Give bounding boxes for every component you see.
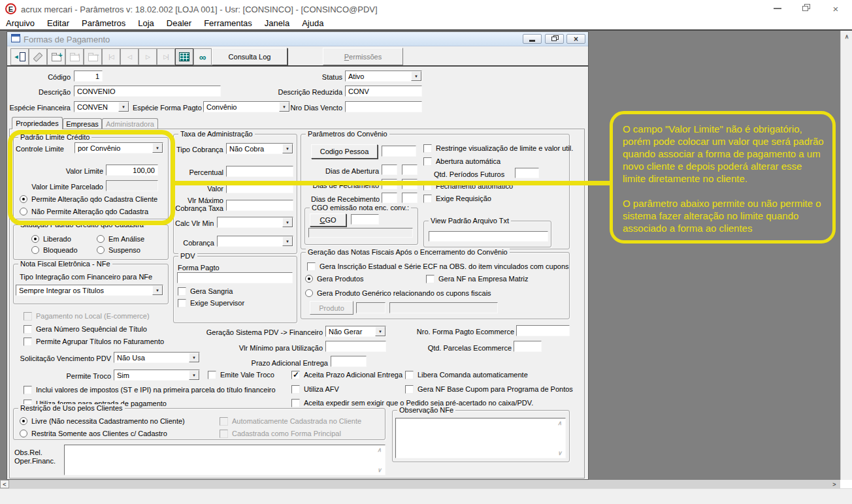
radio-dot[interactable] bbox=[305, 275, 313, 283]
dias-fechamento-field-1[interactable] bbox=[382, 179, 397, 189]
permissoes-button[interactable]: Permissões bbox=[323, 48, 403, 65]
qtd-parcelas-ecommerce-field[interactable] bbox=[514, 341, 542, 352]
solicitacao-vencimento-select[interactable]: Não Usa▼ bbox=[114, 352, 200, 363]
checkbox-box[interactable] bbox=[405, 371, 414, 379]
radio-dot[interactable] bbox=[20, 430, 27, 437]
nro-dias-vencto-field[interactable] bbox=[345, 101, 422, 112]
scroll-left-icon[interactable]: < bbox=[0, 480, 9, 488]
insert-record-button[interactable]: + bbox=[47, 48, 65, 65]
status-select[interactable]: Ativo▼ bbox=[345, 71, 422, 82]
tab-propriedades[interactable]: Propriedades bbox=[12, 117, 63, 129]
radio-nao-permite-alteracao[interactable]: Não Permite Alteração qdo Cadastra bbox=[20, 208, 148, 215]
checkbox-gera-sangria[interactable]: Gera Sangria bbox=[178, 287, 233, 296]
checkbox-exige-supervisor[interactable]: Exige Supervisor bbox=[178, 299, 244, 307]
checkbox-box[interactable] bbox=[178, 287, 186, 296]
dias-recebimento-field-1[interactable] bbox=[382, 193, 397, 203]
checkbox-libera-comanda[interactable]: Libera Comanda automaticamente bbox=[405, 371, 528, 379]
checkbox-permite-agrupar[interactable]: Permite Agrupar Títulos no Faturamento bbox=[24, 338, 164, 346]
textarea-scrollbar[interactable]: ∧∨ bbox=[375, 447, 384, 473]
codigo-pessoa-button[interactable]: Codigo Pessoa bbox=[311, 144, 378, 159]
checkbox-gera-inscricao[interactable]: Gera Inscrição Estadual e Série ECF na O… bbox=[307, 262, 569, 271]
radio-dot[interactable] bbox=[20, 195, 27, 203]
checkbox-emite-vale-troco[interactable]: Emite Vale Troco bbox=[208, 371, 274, 379]
checkbox-inclui-impostos[interactable]: Inclui valores de impostos (ST e IPI) na… bbox=[24, 386, 276, 394]
radio-dot[interactable] bbox=[305, 289, 313, 297]
checkbox-box[interactable] bbox=[405, 385, 414, 394]
child-close-button[interactable]: × bbox=[566, 34, 585, 44]
menu-arquivo[interactable]: Arquivo bbox=[6, 18, 35, 28]
scroll-up-icon[interactable]: ∧ bbox=[377, 447, 382, 453]
calc-vlr-min-select[interactable]: ▼ bbox=[217, 217, 293, 228]
checkbox-box[interactable] bbox=[423, 157, 432, 166]
consulta-log-button[interactable]: Consulta Log bbox=[212, 48, 287, 65]
eraser-button[interactable] bbox=[29, 48, 47, 65]
chevron-down-icon[interactable]: ▼ bbox=[189, 370, 199, 380]
child-minimize-button[interactable] bbox=[523, 34, 542, 44]
cgo-code-field[interactable] bbox=[351, 214, 379, 225]
chevron-down-icon[interactable]: ▼ bbox=[118, 102, 129, 112]
radio-em-analise[interactable]: Em Análise bbox=[97, 235, 144, 243]
menu-loja[interactable]: Loja bbox=[138, 18, 154, 28]
mdi-vertical-scrollbar[interactable]: ∧ bbox=[840, 31, 852, 480]
checkbox-aceita-prazo[interactable]: Aceita Prazo Adicional Entrega bbox=[291, 371, 402, 379]
checkbox-box[interactable] bbox=[423, 182, 432, 191]
checkbox-exige-requisicao[interactable]: Exige Requisição bbox=[423, 195, 491, 203]
codigo-pessoa-field[interactable] bbox=[382, 146, 416, 157]
observacao-nfe-textarea[interactable]: ∧∨ bbox=[395, 418, 566, 458]
obs-rel-textarea[interactable]: ∧∨ bbox=[64, 445, 385, 475]
qtd-periodos-field[interactable] bbox=[515, 168, 539, 178]
radio-liberado[interactable]: Liberado bbox=[31, 235, 71, 243]
dias-abertura-field-2[interactable] bbox=[402, 165, 418, 175]
checkbox-box[interactable] bbox=[423, 144, 432, 153]
radio-bloqueado[interactable]: Bloqueado bbox=[31, 246, 78, 254]
checkbox-box[interactable] bbox=[24, 386, 32, 394]
chevron-down-icon[interactable]: ▼ bbox=[375, 326, 385, 336]
exit-button[interactable]: ◄ bbox=[10, 48, 29, 65]
checkbox-box[interactable] bbox=[24, 325, 32, 334]
chevron-down-icon[interactable]: ▼ bbox=[411, 71, 421, 81]
radio-gera-produtos[interactable]: Gera Produtos bbox=[305, 275, 364, 283]
cobranca-select[interactable]: ▼ bbox=[217, 236, 293, 247]
dias-recebimento-field-2[interactable] bbox=[402, 193, 418, 203]
radio-permite-alteracao[interactable]: Permite Alteração qdo Cadastra Cliente bbox=[20, 195, 157, 203]
chevron-down-icon[interactable]: ▼ bbox=[152, 143, 163, 153]
prazo-adicional-field[interactable] bbox=[331, 356, 367, 367]
tipo-cobranca-select[interactable]: Não Cobra▼ bbox=[226, 143, 293, 154]
forma-pagto-field[interactable] bbox=[177, 272, 293, 283]
descricao-reduzida-field[interactable]: CONV bbox=[345, 86, 422, 97]
percentual-field[interactable] bbox=[226, 166, 293, 177]
valor-field[interactable] bbox=[226, 182, 293, 193]
checkbox-gera-nf-base[interactable]: Gera NF Base Cupom para Programa de Pont… bbox=[405, 385, 573, 394]
chevron-down-icon[interactable]: ▼ bbox=[282, 144, 293, 153]
checkbox-box[interactable] bbox=[291, 399, 300, 407]
scroll-down-icon[interactable]: ∨ bbox=[377, 467, 382, 473]
menu-dealer[interactable]: Dealer bbox=[167, 18, 191, 28]
dias-fechamento-field-2[interactable] bbox=[402, 179, 418, 189]
restore-button[interactable] bbox=[795, 1, 815, 16]
checkbox-box[interactable] bbox=[291, 385, 300, 394]
nro-forma-ecommerce-field[interactable] bbox=[516, 325, 570, 336]
especie-financeira-select[interactable]: CONVEN▼ bbox=[74, 101, 129, 112]
scroll-up-icon[interactable]: ∧ bbox=[557, 420, 562, 426]
tipo-integracao-select[interactable]: Sempre Integrar os Títulos▼ bbox=[16, 285, 163, 296]
radio-livre[interactable]: Livre (Não necessita Cadastramento no Cl… bbox=[20, 417, 185, 425]
checkbox-box[interactable] bbox=[423, 195, 432, 203]
checkbox-box[interactable] bbox=[178, 299, 186, 307]
radio-restrita[interactable]: Restrita Somente aos Clientes c/ Cadastr… bbox=[20, 430, 167, 437]
chevron-down-icon[interactable]: ▼ bbox=[282, 236, 293, 246]
grid-view-button[interactable] bbox=[175, 48, 193, 65]
checkbox-fechamento-automatico[interactable]: Fechamento automático bbox=[423, 182, 513, 191]
textarea-scrollbar[interactable]: ∧∨ bbox=[555, 420, 564, 456]
radio-gera-generico[interactable]: Gera Produto Genérico relacionando os cu… bbox=[305, 289, 491, 297]
radio-suspenso[interactable]: Suspenso bbox=[97, 246, 140, 254]
checkbox-box[interactable] bbox=[307, 262, 316, 271]
checkbox-box[interactable] bbox=[426, 275, 434, 283]
checkbox-restringe-visualizacao[interactable]: Restringe visualização de limite e valor… bbox=[423, 144, 573, 153]
controle-limite-select[interactable]: por Convênio▼ bbox=[74, 142, 163, 153]
menu-parametros[interactable]: Parâmetros bbox=[82, 18, 125, 28]
menu-ajuda[interactable]: Ajuda bbox=[302, 18, 323, 28]
scroll-right-icon[interactable]: > bbox=[830, 480, 839, 488]
especie-forma-pagto-select[interactable]: Convênio▼ bbox=[203, 101, 290, 112]
dias-abertura-field-1[interactable] bbox=[382, 165, 397, 175]
chevron-down-icon[interactable]: ▼ bbox=[279, 102, 289, 112]
